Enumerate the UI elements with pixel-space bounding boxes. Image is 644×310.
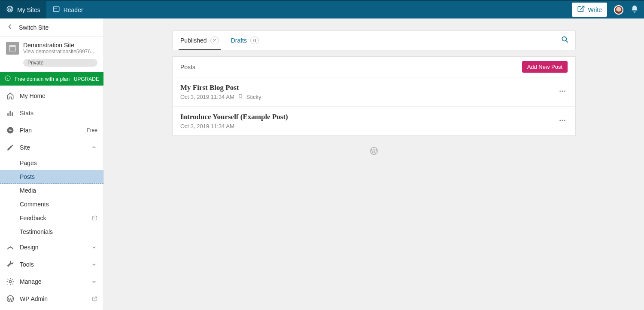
sidebar-item-label: Testimonials <box>20 228 53 235</box>
plan-icon <box>6 126 15 135</box>
home-icon <box>6 92 15 100</box>
wordpress-icon <box>6 5 17 14</box>
more-horizontal-icon <box>559 117 566 126</box>
masterbar: My Sites Reader Write <box>0 0 644 18</box>
sidebar-sub-media[interactable]: Media <box>0 184 103 197</box>
sidebar-item-label: Design <box>20 244 39 251</box>
sidebar-item-manage[interactable]: Manage <box>0 273 103 290</box>
tab-label: Published <box>180 37 207 44</box>
stats-icon <box>6 109 15 117</box>
site-view-link[interactable]: View demonstrationsite599765121.v <box>23 49 97 55</box>
sidebar-item-stats[interactable]: Stats <box>0 104 103 122</box>
svg-point-21 <box>559 120 561 121</box>
switch-site[interactable]: Switch Site <box>0 18 103 37</box>
svg-point-14 <box>9 281 12 283</box>
post-row[interactable]: Introduce Yourself (Example Post) Oct 3,… <box>173 107 575 135</box>
sidebar-item-label: Pages <box>20 160 37 166</box>
wordpress-icon <box>6 295 15 303</box>
write-button[interactable]: Write <box>572 3 607 17</box>
sidebar-item-site[interactable]: Site <box>0 139 103 156</box>
reader-icon <box>52 5 64 14</box>
info-icon <box>4 75 15 83</box>
masterbar-reader-label: Reader <box>64 6 83 13</box>
svg-rect-3 <box>9 45 15 47</box>
wordpress-icon <box>365 146 383 157</box>
content-area: Published 2 Drafts 0 Posts Add New Post <box>104 18 644 310</box>
add-new-label: Add New Post <box>527 64 562 70</box>
sidebar-item-label: Tools <box>20 261 34 268</box>
posts-card: Posts Add New Post My First Blog Post Oc… <box>172 56 576 136</box>
search-button[interactable] <box>561 35 569 46</box>
svg-point-16 <box>562 37 566 41</box>
sidebar-item-label: Manage <box>20 278 42 285</box>
sidebar-sub-feedback[interactable]: Feedback <box>0 211 103 225</box>
sidebar-item-tools[interactable]: Tools <box>0 256 103 273</box>
tab-count: 2 <box>210 37 219 44</box>
bookmark-icon <box>238 94 243 100</box>
sidebar-item-label: Plan <box>20 127 32 134</box>
sidebar: Switch Site Demonstration Site View demo… <box>0 18 104 310</box>
masterbar-left-group: My Sites Reader <box>0 1 89 18</box>
upgrade-strip[interactable]: Free domain with a plan UPGRADE <box>0 72 103 86</box>
notifications-icon[interactable] <box>630 5 639 15</box>
row-more-button[interactable] <box>557 87 568 97</box>
privacy-badge: Private <box>23 59 97 67</box>
sidebar-nav: My Home Stats Plan Free Site Pages Posts… <box>0 86 103 307</box>
posts-header-title: Posts <box>180 64 195 71</box>
external-link-icon <box>91 296 97 302</box>
sidebar-sub-posts[interactable]: Posts <box>0 170 103 184</box>
chevron-up-icon <box>91 144 97 151</box>
post-row[interactable]: My First Blog Post Oct 3, 2019 11:34 AM … <box>173 77 575 107</box>
design-icon <box>6 243 15 252</box>
footer-logo-divider <box>172 146 576 157</box>
add-new-post-button[interactable]: Add New Post <box>522 61 568 73</box>
svg-rect-7 <box>7 113 9 116</box>
sidebar-sub-comments[interactable]: Comments <box>0 197 103 211</box>
tab-published[interactable]: Published 2 <box>179 31 221 50</box>
row-more-button[interactable] <box>557 116 568 126</box>
wrench-icon <box>6 260 15 269</box>
sidebar-item-label: Stats <box>20 110 33 117</box>
svg-rect-9 <box>12 112 13 116</box>
sidebar-item-design[interactable]: Design <box>0 239 103 256</box>
write-button-label: Write <box>588 6 602 13</box>
switch-site-label: Switch Site <box>19 24 49 31</box>
site-subnav: Pages Posts Media Comments Feedback Test… <box>0 156 103 239</box>
masterbar-my-sites[interactable]: My Sites <box>0 1 46 18</box>
chevron-left-icon <box>6 23 19 32</box>
site-thumbnail-icon <box>6 42 19 55</box>
masterbar-my-sites-label: My Sites <box>17 6 40 13</box>
sidebar-item-plan[interactable]: Plan Free <box>0 122 103 139</box>
sidebar-item-label: My Home <box>20 92 46 99</box>
tab-count: 0 <box>250 37 259 44</box>
sidebar-item-label: Feedback <box>20 215 46 221</box>
masterbar-right-group: Write <box>572 3 644 17</box>
tab-label: Drafts <box>231 37 247 44</box>
plan-tier: Free <box>87 127 97 133</box>
upgrade-cta[interactable]: UPGRADE <box>74 76 99 82</box>
sidebar-item-label: Comments <box>20 201 49 208</box>
sidebar-sub-pages[interactable]: Pages <box>0 156 103 170</box>
svg-point-20 <box>564 90 565 92</box>
svg-point-12 <box>10 246 11 248</box>
post-date: Oct 3, 2019 11:34 AM <box>180 94 234 100</box>
site-card[interactable]: Demonstration Site View demonstrationsit… <box>0 37 103 72</box>
svg-point-13 <box>12 248 13 249</box>
sidebar-sub-testimonials[interactable]: Testimonials <box>0 225 103 239</box>
chevron-down-icon <box>91 244 97 251</box>
sidebar-item-wpadmin[interactable]: WP Admin <box>0 290 103 307</box>
sidebar-item-my-home[interactable]: My Home <box>0 87 103 104</box>
chevron-down-icon <box>91 261 97 268</box>
masterbar-reader[interactable]: Reader <box>46 1 89 18</box>
avatar[interactable] <box>614 5 623 15</box>
search-icon <box>561 38 569 45</box>
svg-point-18 <box>559 90 561 92</box>
post-title: My First Blog Post <box>180 83 557 92</box>
posts-header: Posts Add New Post <box>173 57 575 77</box>
chevron-down-icon <box>91 278 97 285</box>
sidebar-item-label: Media <box>20 187 36 194</box>
svg-rect-1 <box>54 8 57 9</box>
svg-point-19 <box>562 90 563 92</box>
tab-drafts[interactable]: Drafts 0 <box>229 31 261 50</box>
compose-icon <box>577 5 585 14</box>
